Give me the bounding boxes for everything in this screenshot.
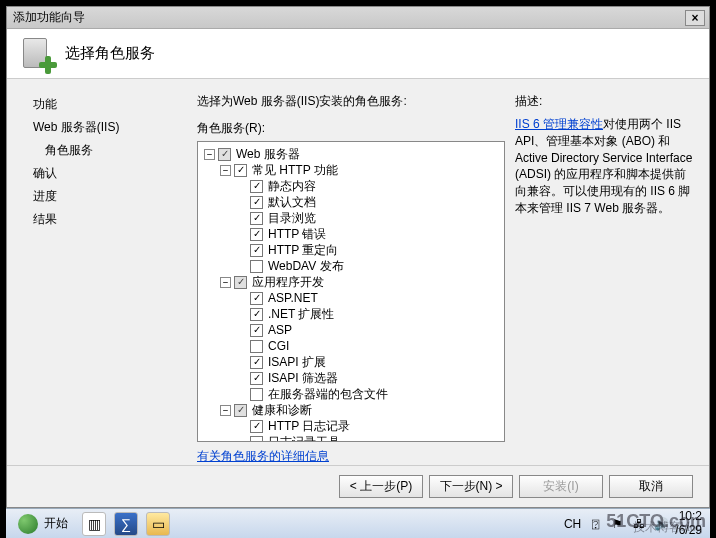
- nav-sidebar: 功能Web 服务器(IIS)角色服务确认进度结果: [7, 79, 197, 465]
- tree-node[interactable]: ✓HTTP 日志记录: [198, 418, 504, 434]
- description-text: 对使用两个 IIS API、管理基本对象 (ABO) 和 Active Dire…: [515, 117, 692, 215]
- role-services-tree[interactable]: −✓Web 服务器−✓常见 HTTP 功能✓静态内容✓默认文档✓目录浏览✓HTT…: [197, 141, 505, 442]
- tray-help-icon[interactable]: ⍰: [587, 516, 603, 532]
- tree-label: CGI: [268, 339, 289, 353]
- tree-label: 静态内容: [268, 178, 316, 195]
- titlebar: 添加功能向导 ×: [7, 7, 709, 29]
- main-pane: 选择为Web 服务器(IIS)安装的角色服务: 角色服务(R): −✓Web 服…: [197, 93, 505, 465]
- checkbox[interactable]: ✓: [234, 404, 247, 417]
- tree-label: HTTP 错误: [268, 226, 326, 243]
- description-body: IIS 6 管理兼容性对使用两个 IIS API、管理基本对象 (ABO) 和 …: [515, 116, 693, 217]
- checkbox[interactable]: ✓: [234, 276, 247, 289]
- tree-node[interactable]: ✓HTTP 重定向: [198, 242, 504, 258]
- tree-node[interactable]: ✓静态内容: [198, 178, 504, 194]
- tree-node[interactable]: CGI: [198, 338, 504, 354]
- tree-label: ISAPI 筛选器: [268, 370, 338, 387]
- checkbox[interactable]: ✓: [218, 148, 231, 161]
- checkbox[interactable]: ✓: [250, 244, 263, 257]
- tree-node[interactable]: 在服务器端的包含文件: [198, 386, 504, 402]
- taskbar: 开始 ▥ ∑ ▭ CH ⍰ ⚑ 🖧 🔊 10:2 /6/29: [6, 508, 710, 538]
- description-heading: 描述:: [515, 93, 693, 110]
- checkbox[interactable]: [250, 388, 263, 401]
- checkbox[interactable]: ✓: [250, 356, 263, 369]
- tree-label: ASP.NET: [268, 291, 318, 305]
- sidebar-item[interactable]: 确认: [27, 162, 197, 185]
- windows-orb-icon: [18, 514, 38, 534]
- tree-node[interactable]: ✓ASP.NET: [198, 290, 504, 306]
- tree-label: 日志记录工具: [268, 434, 340, 443]
- tree-label: 应用程序开发: [252, 274, 324, 291]
- tree-node[interactable]: ✓目录浏览: [198, 210, 504, 226]
- checkbox[interactable]: ✓: [234, 164, 247, 177]
- checkbox[interactable]: [250, 436, 263, 443]
- tree-label: 常见 HTTP 功能: [252, 162, 338, 179]
- wizard-footer: < 上一步(P) 下一步(N) > 安装(I) 取消: [7, 465, 709, 507]
- window-title: 添加功能向导: [11, 9, 685, 26]
- checkbox[interactable]: ✓: [250, 324, 263, 337]
- checkbox[interactable]: ✓: [250, 308, 263, 321]
- tree-node[interactable]: ✓ASP: [198, 322, 504, 338]
- checkbox[interactable]: ✓: [250, 372, 263, 385]
- description-pane: 描述: IIS 6 管理兼容性对使用两个 IIS API、管理基本对象 (ABO…: [515, 93, 693, 465]
- sidebar-item[interactable]: 角色服务: [27, 139, 197, 162]
- watermark-sub: 技术博客blog: [633, 519, 702, 536]
- tree-label: 默认文档: [268, 194, 316, 211]
- tree-label: HTTP 日志记录: [268, 418, 350, 435]
- tree-label: Web 服务器: [236, 146, 300, 163]
- checkbox[interactable]: [250, 260, 263, 273]
- ime-indicator[interactable]: CH: [564, 517, 581, 531]
- server-icon: [19, 36, 55, 72]
- checkbox[interactable]: ✓: [250, 180, 263, 193]
- taskbar-explorer-icon[interactable]: ▭: [146, 512, 170, 536]
- expand-icon[interactable]: −: [220, 277, 231, 288]
- tree-node[interactable]: ✓ISAPI 筛选器: [198, 370, 504, 386]
- expand-icon[interactable]: −: [220, 165, 231, 176]
- tree-node[interactable]: ✓默认文档: [198, 194, 504, 210]
- checkbox[interactable]: ✓: [250, 212, 263, 225]
- tree-label: 在服务器端的包含文件: [268, 386, 388, 403]
- sidebar-item[interactable]: Web 服务器(IIS): [27, 116, 197, 139]
- tree-node[interactable]: −✓应用程序开发: [198, 274, 504, 290]
- content-area: 选择为Web 服务器(IIS)安装的角色服务: 角色服务(R): −✓Web 服…: [197, 79, 709, 465]
- sidebar-item[interactable]: 进度: [27, 185, 197, 208]
- tree-node[interactable]: WebDAV 发布: [198, 258, 504, 274]
- wizard-body: 功能Web 服务器(IIS)角色服务确认进度结果 选择为Web 服务器(IIS)…: [7, 79, 709, 465]
- tree-label: .NET 扩展性: [268, 306, 334, 323]
- more-info-link[interactable]: 有关角色服务的详细信息: [197, 448, 505, 465]
- tree-node[interactable]: ✓ISAPI 扩展: [198, 354, 504, 370]
- tree-node[interactable]: 日志记录工具: [198, 434, 504, 442]
- expand-icon[interactable]: −: [204, 149, 215, 160]
- list-label: 角色服务(R):: [197, 120, 505, 137]
- start-button[interactable]: 开始: [8, 511, 78, 537]
- taskbar-server-icon[interactable]: ▥: [82, 512, 106, 536]
- install-button: 安装(I): [519, 475, 603, 498]
- taskbar-powershell-icon[interactable]: ∑: [114, 512, 138, 536]
- tree-node[interactable]: −✓Web 服务器: [198, 146, 504, 162]
- cancel-button[interactable]: 取消: [609, 475, 693, 498]
- tree-node[interactable]: −✓常见 HTTP 功能: [198, 162, 504, 178]
- tree-node[interactable]: ✓.NET 扩展性: [198, 306, 504, 322]
- wizard-header: 选择角色服务: [7, 29, 709, 79]
- next-button[interactable]: 下一步(N) >: [429, 475, 513, 498]
- tree-label: WebDAV 发布: [268, 258, 344, 275]
- tree-node[interactable]: −✓健康和诊断: [198, 402, 504, 418]
- sidebar-item[interactable]: 功能: [27, 93, 197, 116]
- description-link[interactable]: IIS 6 管理兼容性: [515, 117, 603, 131]
- page-title: 选择角色服务: [65, 44, 155, 63]
- checkbox[interactable]: [250, 340, 263, 353]
- checkbox[interactable]: ✓: [250, 228, 263, 241]
- tray-flag-icon[interactable]: ⚑: [609, 516, 625, 532]
- checkbox[interactable]: ✓: [250, 420, 263, 433]
- checkbox[interactable]: ✓: [250, 292, 263, 305]
- prev-button[interactable]: < 上一步(P): [339, 475, 423, 498]
- tree-label: HTTP 重定向: [268, 242, 338, 259]
- tree-label: 目录浏览: [268, 210, 316, 227]
- expand-icon[interactable]: −: [220, 405, 231, 416]
- content-subtitle: 选择为Web 服务器(IIS)安装的角色服务:: [197, 93, 505, 110]
- checkbox[interactable]: ✓: [250, 196, 263, 209]
- close-button[interactable]: ×: [685, 10, 705, 26]
- tree-node[interactable]: ✓HTTP 错误: [198, 226, 504, 242]
- sidebar-item[interactable]: 结果: [27, 208, 197, 231]
- wizard-window: 添加功能向导 × 选择角色服务 功能Web 服务器(IIS)角色服务确认进度结果…: [6, 6, 710, 508]
- tree-label: ISAPI 扩展: [268, 354, 326, 371]
